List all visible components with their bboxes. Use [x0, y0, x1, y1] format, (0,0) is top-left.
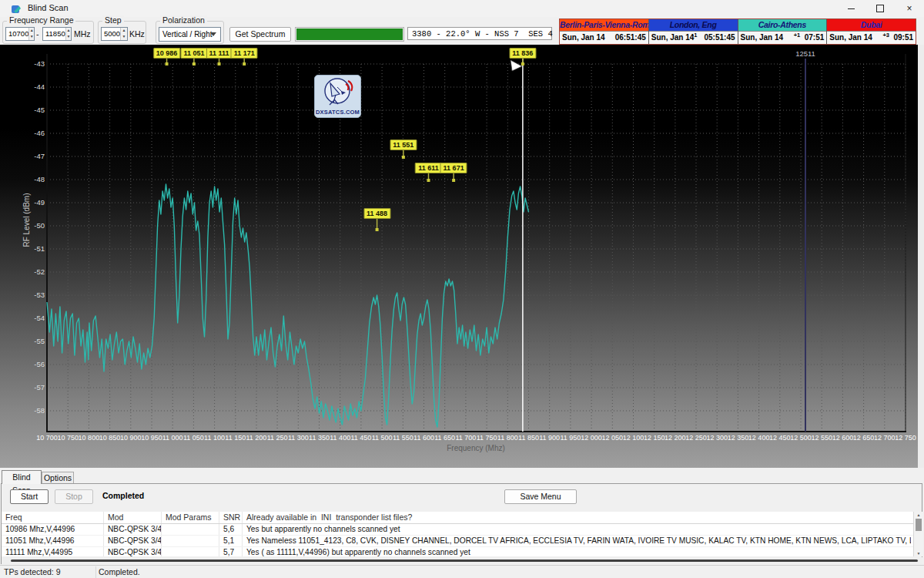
clock-time-row: Sun, Jan 14-105:51:45: [649, 31, 738, 44]
y-tick-label: -57: [22, 383, 45, 391]
clock-time-row: Sun, Jan 14+107:51: [738, 31, 827, 44]
cell-mod: NBC-QPSK 3/4: [104, 536, 162, 546]
tp-marker-dot: [166, 62, 169, 66]
tab-options[interactable]: Options: [42, 472, 74, 484]
y-tick-label: -58: [22, 406, 45, 415]
vscroll-thumb[interactable]: [916, 519, 922, 531]
polarization-dropdown[interactable]: Vertical / Right: [159, 27, 221, 42]
cell-freq: 11111 Mhz,V,44995: [2, 547, 104, 556]
dxsatcs-logo: DXSATCS.COM: [314, 75, 361, 118]
spectrum-trace: [47, 184, 529, 427]
cell-modparams: [162, 524, 219, 535]
header-cell-snr[interactable]: SNR: [219, 512, 243, 523]
frequency-from-spin-buttons[interactable]: ▲▼: [28, 28, 34, 40]
clock-time: 07:51: [805, 33, 825, 42]
tp-marker-label: 11 551: [390, 139, 417, 150]
y-tick-label: -47: [22, 152, 45, 160]
frequency-from-spinner[interactable]: 10700 ▲▼: [5, 27, 35, 41]
save-menu-button[interactable]: Save Menu: [504, 489, 577, 504]
step-value[interactable]: 5000: [102, 28, 120, 40]
table-row[interactable]: 11111 Mhz,V,44995NBC-QPSK 3/45,7Yes ( as…: [2, 547, 913, 556]
clock-utc-offset: +1: [794, 32, 801, 39]
step-group: Step 5000 ▲▼ KHz: [98, 21, 146, 44]
spin-down-icon[interactable]: ▼: [29, 34, 34, 40]
tp-marker-label: 11 671: [440, 163, 467, 173]
spin-up-icon[interactable]: ▲: [29, 28, 34, 34]
table-horizontal-scrollbar[interactable]: [2, 557, 922, 564]
tp-marker-label: 11 171: [231, 48, 258, 59]
tp-marker-label: 11 488: [363, 208, 390, 219]
tps-detected-label: TPs detected: 9: [2, 566, 96, 578]
scroll-down-icon[interactable]: ▼: [914, 551, 923, 556]
tp-marker-dot: [521, 62, 524, 66]
title-bar: Blind Scan ×: [0, 0, 924, 18]
clock-date: Sun, Jan 14: [829, 33, 872, 42]
app-icon: [11, 3, 22, 15]
clock-panels: Berlin-Paris-Vienna-RomaSun, Jan 1406:51…: [559, 18, 916, 45]
frequency-to-spin-buttons[interactable]: ▲▼: [65, 28, 71, 40]
frequency-from-value[interactable]: 10700: [6, 28, 28, 40]
step-unit-label: KHz: [129, 29, 145, 39]
clock-city-label: London, Eng: [649, 19, 738, 31]
y-tick-label: -48: [22, 175, 45, 183]
cell-available: Yes but apparently no channels scanned y…: [243, 524, 911, 535]
spectrum-chart[interactable]: RF Level (dBm) Frequency (Mhz) DXSATCS.C…: [0, 45, 924, 468]
cell-mod: NBC-QPSK 3/4: [104, 524, 162, 535]
frequency-range-label: Frequency Range: [7, 15, 75, 25]
table-header-row: FreqModMod ParamsSNRAlready available in…: [2, 512, 913, 524]
polarization-group: Polarization Vertical / Right: [156, 21, 224, 44]
clock-panel-4: DubaiSun, Jan 14+309:51: [826, 19, 916, 44]
clock-panel-3: Cairo-AthensSun, Jan 14+107:51: [738, 19, 827, 44]
tp-marker-dot: [376, 228, 379, 231]
tab-blind-scan[interactable]: Blind Scan: [2, 470, 42, 484]
clock-panel-1: Berlin-Paris-Vienna-RomaSun, Jan 1406:51…: [560, 19, 648, 44]
table-row[interactable]: 11051 Mhz,V,44996NBC-QPSK 3/45,1Yes Name…: [2, 536, 913, 547]
tp-marker-label: 11 836: [509, 48, 536, 59]
y-tick-label: -45: [22, 106, 45, 114]
cell-snr: 5,1: [219, 536, 243, 546]
start-button[interactable]: Start: [10, 489, 49, 504]
close-button[interactable]: ×: [895, 0, 924, 17]
step-spinner[interactable]: 5000 ▲▼: [101, 27, 128, 41]
satellite-dish-icon: [315, 76, 359, 106]
step-label: Step: [102, 15, 124, 25]
step-spin-buttons[interactable]: ▲▼: [120, 28, 127, 40]
header-cell-freq[interactable]: Freq: [2, 512, 104, 523]
frequency-to-spinner[interactable]: 11850 ▲▼: [42, 27, 72, 41]
scan-status-label: Completed: [102, 491, 144, 500]
minimize-button[interactable]: [836, 0, 865, 17]
get-spectrum-button[interactable]: Get Spectrum: [229, 27, 291, 42]
spin-down-icon[interactable]: ▼: [121, 34, 127, 40]
tp-marker-label: 11 051: [180, 48, 207, 59]
tp-marker-dot: [427, 179, 430, 182]
header-cell-available[interactable]: Already available in INI transponder lis…: [243, 512, 911, 523]
table-row[interactable]: 10986 Mhz,V,44996NBC-QPSK 3/45,6Yes but …: [2, 524, 913, 536]
satellite-info-box[interactable]: 3380 - 22.0° W - NSS 7 SES 4: [407, 27, 552, 40]
cell-modparams: [162, 547, 219, 556]
cell-modparams: [162, 536, 219, 546]
tp-marker-dot: [218, 62, 221, 66]
clock-city-label: Berlin-Paris-Vienna-Roma: [560, 19, 648, 31]
clock-date: Sun, Jan 14: [651, 33, 695, 42]
frequency-to-value[interactable]: 11850: [43, 28, 65, 40]
status-bar: TPs detected: 9 Completed.: [0, 565, 924, 578]
table-vertical-scrollbar[interactable]: ▲ ▼: [913, 512, 923, 556]
spin-down-icon[interactable]: ▼: [66, 34, 71, 40]
y-tick-label: -53: [22, 291, 45, 299]
hscroll-thumb[interactable]: [11, 560, 918, 562]
y-axis-title: RF Level (dBm): [22, 170, 31, 271]
window-controls: ×: [836, 0, 924, 17]
y-tick-label: -56: [22, 360, 45, 368]
y-tick-label: -50: [22, 221, 45, 230]
stop-button[interactable]: Stop: [55, 489, 93, 504]
x-tick-label: 12 750: [893, 434, 918, 442]
spin-up-icon[interactable]: ▲: [121, 28, 127, 34]
maximize-button[interactable]: [865, 0, 895, 17]
spin-up-icon[interactable]: ▲: [66, 28, 71, 34]
header-cell-modparams[interactable]: Mod Params: [162, 512, 219, 523]
header-cell-mod[interactable]: Mod: [104, 512, 162, 523]
clock-city-label: Cairo-Athens: [738, 19, 827, 31]
maximize-icon: [876, 5, 884, 12]
logo-caption: DXSATCS.COM: [315, 109, 360, 116]
scroll-up-icon[interactable]: ▲: [914, 512, 923, 517]
